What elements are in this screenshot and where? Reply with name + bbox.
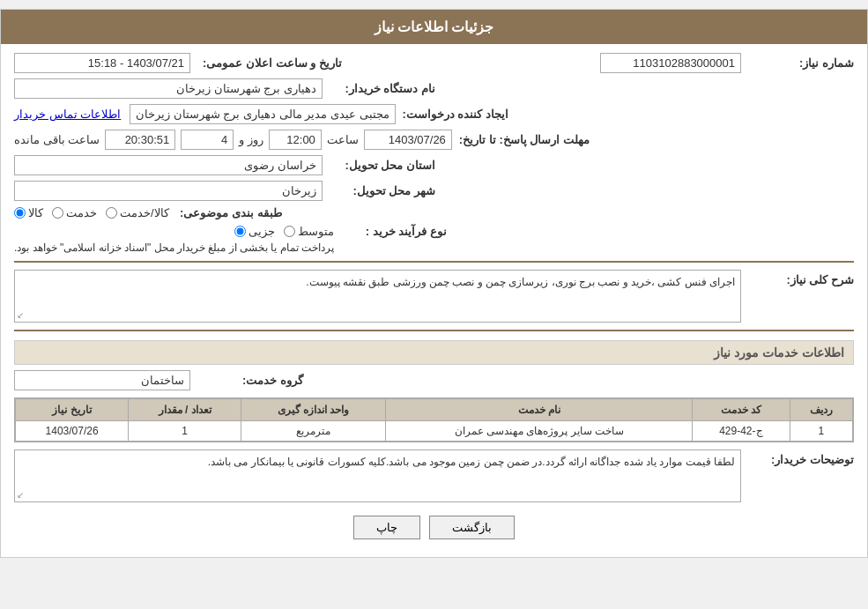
shahr-label: شهر محل تحویل:: [330, 184, 435, 197]
radio-jozi-label: جزیی: [249, 225, 275, 238]
radio-khadamat-label: خدمت: [66, 206, 97, 219]
noveFarayand-radio-group: متوسط جزیی: [14, 225, 334, 238]
sharhKoli-label: شرح کلی نیاز:: [748, 270, 854, 286]
radio-motavaset-label: متوسط: [298, 225, 334, 238]
namdastgah-label: نام دستگاه خریدار:: [330, 82, 435, 95]
tabaqeBandi-radio-group: کالا/خدمت خدمت کالا: [14, 206, 169, 219]
chap-button[interactable]: چاپ: [353, 516, 420, 539]
page-title: جزئیات اطلاعات نیاز: [1, 10, 867, 44]
saat-remaining-label: ساعت باقی مانده: [14, 133, 100, 146]
sharhKoli-value: اجرای فنس کشی ،خرید و نصب برج نوری، زیرس…: [306, 276, 735, 288]
ostan-label: استان محل تحویل:: [330, 159, 435, 172]
radio-kala[interactable]: [14, 207, 26, 219]
col-namKhadamat: نام خدمت: [386, 399, 693, 421]
groupKhadamat-value: ساختمان: [14, 370, 190, 390]
saat-remaining-value: 20:30:51: [105, 130, 175, 150]
saat-value: 12:00: [269, 130, 322, 150]
noveFarayand-label: نوع فرآیند خرید :: [341, 225, 447, 238]
radio-kala-label: کالا: [28, 206, 43, 219]
radio-kala-khadamat[interactable]: [106, 207, 117, 219]
radio-motavaset[interactable]: [284, 226, 295, 237]
col-radif: ردیف: [790, 399, 852, 421]
rooz-value: 4: [181, 130, 234, 150]
col-tarikh: تاریخ نیاز: [16, 399, 129, 421]
tosihKharidar-content: لطفا قیمت موارد یاد شده جداگانه ارائه گر…: [14, 449, 741, 502]
tarikhAelan-label: تاریخ و ساعت اعلان عمومی:: [203, 56, 342, 70]
tarikhAelan-value: 1403/07/21 - 15:18: [14, 53, 190, 73]
khadamat-section-title: اطلاعات خدمات مورد نیاز: [14, 340, 854, 365]
col-kodKhadamat: کد خدمت: [693, 399, 790, 421]
tabaqeBandi-label: طبقه بندی موضوعی:: [176, 206, 282, 219]
shomareNiaz-label: شماره نیاز:: [748, 56, 854, 70]
radio-kala-khadamat-label: کالا/خدمت: [120, 206, 169, 219]
tosihKharidar-label: توضیحات خریدار:: [748, 449, 854, 466]
col-vahed: واحد اندازه گیری: [241, 399, 386, 421]
shahr-value: زیرخان: [14, 181, 323, 201]
bazgasht-button[interactable]: بازگشت: [429, 516, 515, 539]
groupKhadamat-label: گروه خدمت:: [197, 374, 303, 387]
table-row: 1ج-42-429ساخت سایر پروژه‌های مهندسی عمرا…: [16, 421, 853, 442]
col-tedad: تعداد / مقدار: [129, 399, 241, 421]
radio-khadamat[interactable]: [52, 207, 63, 219]
ostan-value: خراسان رضوی: [14, 155, 323, 175]
tosihKharidar-value: لطفا قیمت موارد یاد شده جداگانه ارائه گر…: [208, 456, 735, 468]
ijadkonande-value: مجتبی عیدی مدیر مالی دهیاری برج شهرستان …: [130, 104, 395, 124]
tarikh-value: 1403/07/26: [364, 130, 452, 150]
ittilaat-link[interactable]: اطلاعات تماس خریدار: [14, 108, 121, 121]
rooz-label: روز و: [239, 133, 263, 146]
shomareNiaz-value: 1103102883000001: [600, 53, 741, 73]
saat-label: ساعت: [327, 133, 359, 146]
ijadkonande-label: ایجاد کننده درخواست:: [403, 108, 509, 121]
sharhKoli-content: اجرای فنس کشی ،خرید و نصب برج نوری، زیرس…: [14, 270, 741, 323]
radio-jozi[interactable]: [234, 226, 246, 237]
noveFarayand-note: پرداخت تمام یا بخشی از مبلغ خریدار محل "…: [14, 241, 334, 254]
services-table: ردیف کد خدمت نام خدمت واحد اندازه گیری ت…: [14, 397, 854, 442]
mohlatErsalPasokh-label: مهلت ارسال پاسخ: تا تاریخ:: [459, 133, 590, 146]
namdastgah-value: دهیاری برج شهرستان زیرخان: [14, 78, 323, 99]
